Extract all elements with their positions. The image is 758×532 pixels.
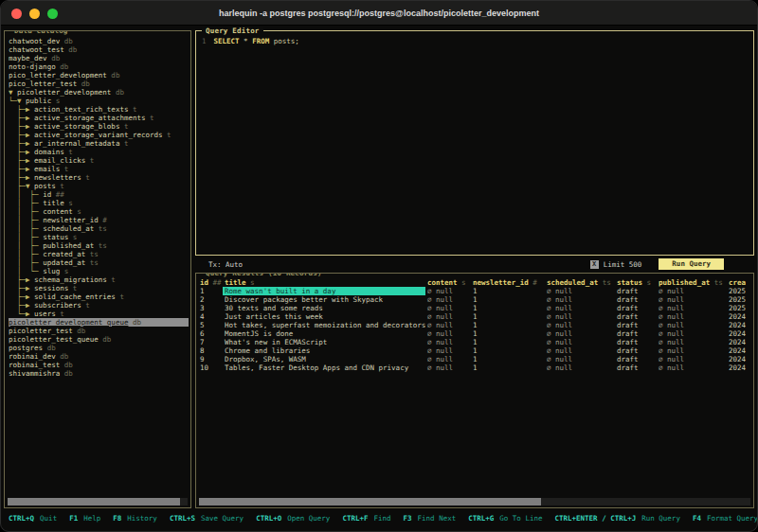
table-cell[interactable]: 2025 <box>727 287 753 295</box>
tree-item[interactable]: ├─▶ active_storage_variant_records t <box>9 131 189 139</box>
tree-item[interactable]: │ ├─ title s <box>9 199 189 207</box>
table-cell[interactable]: 2024 <box>727 364 753 372</box>
table-cell[interactable]: 1 <box>471 312 545 321</box>
tree-item[interactable]: ├─▼ posts t <box>9 182 189 190</box>
table-cell[interactable]: ∅ null <box>425 346 471 355</box>
table-row[interactable]: 2Discover packages better with Skypack∅ … <box>198 295 753 304</box>
sql-line[interactable]: 1SELECT * FROM posts; <box>202 37 749 46</box>
table-cell[interactable]: 4 <box>198 312 223 321</box>
table-cell[interactable]: draft <box>615 329 657 338</box>
footer-shortcut[interactable]: F3Find Next <box>404 514 457 523</box>
table-cell[interactable]: draft <box>615 355 657 364</box>
table-cell[interactable]: ∅ null <box>545 295 615 304</box>
table-cell[interactable]: ∅ null <box>657 304 727 312</box>
table-cell[interactable]: Just articles this week <box>223 312 425 321</box>
scrollbar-thumb[interactable] <box>8 498 180 505</box>
titlebar[interactable]: harlequin -a postgres postgresql://postg… <box>1 1 757 26</box>
tree-item[interactable]: postgres db <box>9 344 189 352</box>
table-cell[interactable]: draft <box>615 295 657 304</box>
maximize-button[interactable] <box>47 9 58 19</box>
table-row[interactable]: 9Dropbox, SPAs, WASM∅ null1∅ nulldraft∅ … <box>198 355 753 364</box>
table-cell[interactable]: 5 <box>198 321 223 329</box>
table-cell[interactable]: draft <box>615 304 657 312</box>
footer-shortcut[interactable]: CTRL+OOpen Query <box>256 514 330 523</box>
table-cell[interactable]: ∅ null <box>425 287 471 295</box>
table-cell[interactable]: ∅ null <box>657 287 727 295</box>
table-row[interactable]: 1Rome wasn't built in a day∅ null1∅ null… <box>198 287 753 295</box>
tree-item[interactable]: chatwoot_test db <box>9 45 189 54</box>
query-results-panel[interactable]: Query Results (10 Records) id ##title sc… <box>195 273 754 508</box>
table-cell[interactable]: 8 <box>198 346 223 355</box>
footer-shortcut[interactable]: F4Format Query <box>693 514 757 523</box>
column-header[interactable]: title s <box>223 278 425 287</box>
footer-shortcut[interactable]: CTRL+FFind <box>342 514 390 523</box>
table-cell[interactable]: draft <box>615 287 657 295</box>
table-cell[interactable]: draft <box>615 364 657 372</box>
table-cell[interactable]: ∅ null <box>657 338 727 346</box>
tree-item[interactable]: ├─▶ action_text_rich_texts t <box>9 105 189 114</box>
table-cell[interactable]: draft <box>615 312 657 321</box>
table-cell[interactable]: 1 <box>471 355 545 364</box>
footer-shortcut[interactable]: CTRL+SSave Query <box>170 514 244 523</box>
table-cell[interactable]: ∅ null <box>657 346 727 355</box>
tree-item[interactable]: │ ├─ id ## <box>9 190 189 199</box>
table-cell[interactable]: ∅ null <box>545 329 615 338</box>
table-row[interactable]: 330 texts and some reads∅ null1∅ nulldra… <box>198 304 753 312</box>
table-cell[interactable]: draft <box>615 346 657 355</box>
tree-item[interactable]: │ ├─ content s <box>9 207 189 216</box>
table-row[interactable]: 4Just articles this week∅ null1∅ nulldra… <box>198 312 753 321</box>
tree-item[interactable]: robinai_test db <box>9 361 189 369</box>
limit-label[interactable]: Limit 500 <box>604 260 642 269</box>
table-cell[interactable]: 2025 <box>727 304 753 312</box>
column-header[interactable]: scheduled_at ts <box>545 278 615 287</box>
table-cell[interactable]: What's new in ECMAScript <box>223 338 425 346</box>
tree-item[interactable]: │ ├─ published_at ts <box>9 241 189 250</box>
table-cell[interactable]: ∅ null <box>545 312 615 321</box>
table-cell[interactable]: ∅ null <box>545 304 615 312</box>
table-cell[interactable]: ∅ null <box>425 312 471 321</box>
table-cell[interactable]: 2025 <box>727 295 753 304</box>
table-row[interactable]: 6MomentJS is done∅ null1∅ nulldraft∅ nul… <box>198 329 753 338</box>
tree-item[interactable]: ├─▶ ar_internal_metadata t <box>9 139 189 148</box>
table-cell[interactable]: 30 texts and some reads <box>223 304 425 312</box>
minimize-button[interactable] <box>29 9 40 19</box>
tree-item[interactable]: picoletter_development_queue db <box>9 318 189 327</box>
table-cell[interactable]: ∅ null <box>425 329 471 338</box>
table-cell[interactable]: ∅ null <box>657 355 727 364</box>
table-cell[interactable]: 1 <box>471 364 545 372</box>
tree-item[interactable]: │ ├─ created_at ts <box>9 250 189 258</box>
tree-item[interactable]: ├─▶ sessions t <box>9 284 189 293</box>
tree-item[interactable]: maybe_dev db <box>9 54 189 62</box>
table-cell[interactable]: ∅ null <box>425 338 471 346</box>
table-row[interactable]: 8Chrome and libraries∅ null1∅ nulldraft∅… <box>198 346 753 355</box>
table-cell[interactable]: Discover packages better with Skypack <box>223 295 425 304</box>
column-header[interactable]: status s <box>615 278 657 287</box>
table-cell[interactable]: Hot takes, superfast memoization and dec… <box>223 321 425 329</box>
tree-item[interactable]: │ └─ slug s <box>9 267 189 275</box>
column-header[interactable]: published_at ts <box>657 278 727 287</box>
table-cell[interactable]: Tables, Faster Desktop Apps and CDN priv… <box>223 364 425 372</box>
tree-item[interactable]: pico_letter_development db <box>9 71 189 80</box>
tree-item[interactable]: shivammishra db <box>9 369 189 378</box>
table-cell[interactable]: 2024 <box>727 329 753 338</box>
tree-item[interactable]: noto-django db <box>9 62 189 71</box>
catalog-horizontal-scrollbar[interactable] <box>8 498 188 505</box>
footer-shortcut[interactable]: F1Help <box>69 514 100 523</box>
table-cell[interactable]: 1 <box>198 287 223 295</box>
column-header[interactable]: crea <box>727 278 753 287</box>
table-cell[interactable]: 2024 <box>727 312 753 321</box>
table-cell[interactable]: 2024 <box>727 346 753 355</box>
tree-item[interactable]: ├─▶ newsletters t <box>9 173 189 182</box>
table-cell[interactable]: 3 <box>198 304 223 312</box>
table-cell[interactable]: Chrome and libraries <box>223 346 425 355</box>
footer-shortcut[interactable]: CTRL+GGo To Line <box>468 514 542 523</box>
table-row[interactable]: 10Tables, Faster Desktop Apps and CDN pr… <box>198 364 753 372</box>
tree-item[interactable]: │ ├─ status s <box>9 233 189 241</box>
table-cell[interactable]: 1 <box>471 295 545 304</box>
data-catalog-panel[interactable]: Data Catalog chatwoot_dev dbchatwoot_tes… <box>4 30 191 508</box>
query-editor-panel[interactable]: Query Editor 1SELECT * FROM posts; <box>195 30 754 256</box>
tree-item[interactable]: robinai_dev db <box>9 352 189 361</box>
table-cell[interactable]: 1 <box>471 338 545 346</box>
transaction-mode-label[interactable]: Tx: Auto <box>208 260 243 269</box>
table-cell[interactable]: Dropbox, SPAs, WASM <box>223 355 425 364</box>
